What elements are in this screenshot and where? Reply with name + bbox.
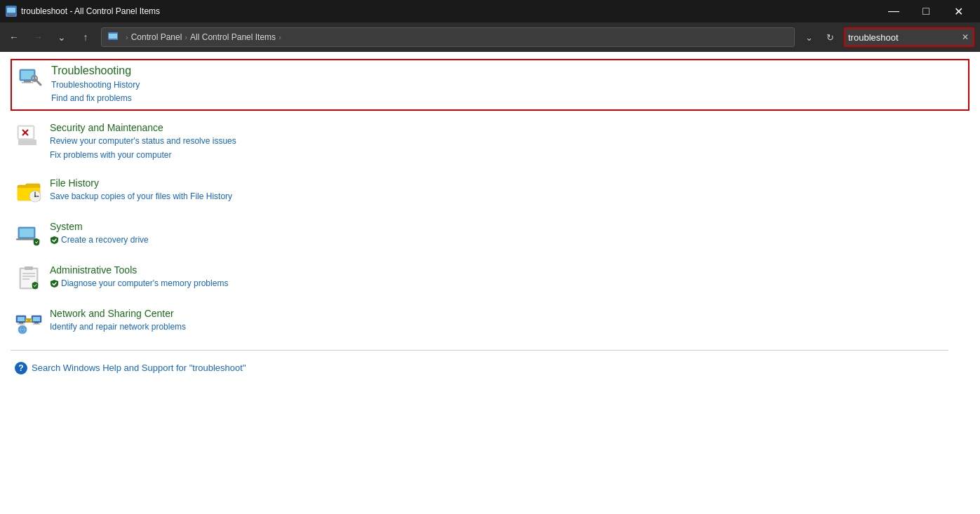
result-item-admin-tools[interactable]: Administrative Tools Diagnose your compu… <box>11 259 969 298</box>
troubleshooting-text: Troubleshooting Troubleshooting History … <box>51 65 140 105</box>
admin-tools-icon <box>15 264 43 292</box>
shield-icon-admin <box>50 279 59 288</box>
recent-locations-button[interactable]: ⌄ <box>51 26 73 48</box>
address-all-control-panel[interactable]: All Control Panel Items <box>190 32 276 42</box>
result-item-troubleshooting[interactable]: Troubleshooting Troubleshooting History … <box>11 59 969 111</box>
address-sep-1: › <box>184 33 187 41</box>
help-link-container[interactable]: ? Search Windows Help and Support for "t… <box>11 359 969 377</box>
network-icon <box>15 308 43 336</box>
address-sep-2: › <box>278 33 281 41</box>
maximize-button[interactable]: □ <box>910 0 942 22</box>
window-title: troubleshoot - All Control Panel Items <box>21 6 878 16</box>
svg-rect-22 <box>20 229 34 237</box>
svg-rect-8 <box>22 82 33 83</box>
address-dropdown-button[interactable]: ⌄ <box>799 27 819 47</box>
system-link-0[interactable]: Create a recovery drive <box>61 234 149 247</box>
up-button[interactable]: ↑ <box>74 26 97 48</box>
main-content: Troubleshooting Troubleshooting History … <box>0 52 980 514</box>
svg-rect-7 <box>24 81 31 82</box>
minimize-button[interactable]: — <box>878 0 910 22</box>
svg-rect-35 <box>18 317 25 321</box>
admin-tools-link-0[interactable]: Diagnose your computer's memory problems <box>61 277 228 290</box>
shield-icon-system <box>50 236 59 245</box>
forward-button[interactable]: → <box>27 26 49 48</box>
result-item-system[interactable]: System Create a recovery drive <box>11 215 969 255</box>
svg-rect-2 <box>7 8 15 13</box>
network-link-0[interactable]: Identify and repair network problems <box>50 320 186 334</box>
svg-rect-41 <box>33 323 40 324</box>
network-title: Network and Sharing Center <box>50 308 186 319</box>
svg-point-20 <box>34 196 36 197</box>
svg-rect-15 <box>18 140 36 145</box>
result-item-security[interactable]: Security and Maintenance Review your com… <box>11 116 969 167</box>
result-item-file-history[interactable]: File History Save backup copies of your … <box>11 172 969 211</box>
address-bar[interactable]: › Control Panel › All Control Panel Item… <box>101 27 795 47</box>
content-divider <box>11 350 948 351</box>
help-icon: ? <box>15 362 27 374</box>
address-sep-0: › <box>126 33 128 41</box>
search-box[interactable]: ✕ <box>844 27 974 47</box>
security-link-1[interactable]: Fix problems with your computer <box>50 149 236 162</box>
security-title: Security and Maintenance <box>50 122 236 133</box>
troubleshooting-title: Troubleshooting <box>51 65 140 77</box>
troubleshooting-link-1[interactable]: Find and fix problems <box>51 92 140 105</box>
svg-rect-4 <box>109 34 117 39</box>
troubleshooting-link-0[interactable]: Troubleshooting History <box>51 79 140 92</box>
file-history-title: File History <box>50 177 232 189</box>
admin-tools-title: Administrative Tools <box>50 264 228 276</box>
security-text: Security and Maintenance Review your com… <box>50 122 236 161</box>
svg-rect-40 <box>34 323 39 324</box>
address-control-panel[interactable]: Control Panel <box>131 32 182 42</box>
security-icon <box>15 122 43 150</box>
system-text: System Create a recovery drive <box>50 221 149 247</box>
nav-bar: ← → ⌄ ↑ › Control Panel › All Control Pa… <box>0 22 980 52</box>
system-title: System <box>50 221 149 232</box>
svg-rect-37 <box>18 323 25 324</box>
back-button[interactable]: ← <box>3 26 25 48</box>
address-actions: ⌄ ↻ <box>799 27 840 47</box>
admin-tools-text: Administrative Tools Diagnose your compu… <box>50 264 228 290</box>
search-input[interactable] <box>848 32 960 43</box>
file-history-icon <box>15 177 43 205</box>
title-bar: troubleshoot - All Control Panel Items —… <box>0 0 980 22</box>
svg-rect-36 <box>19 323 23 324</box>
file-history-link-0[interactable]: Save backup copies of your files with Fi… <box>50 190 232 203</box>
app-icon <box>6 6 17 17</box>
search-clear-button[interactable]: ✕ <box>960 31 970 43</box>
security-link-0[interactable]: Review your computer's status and resolv… <box>50 135 236 148</box>
network-text: Network and Sharing Center Identify and … <box>50 308 186 334</box>
refresh-button[interactable]: ↻ <box>820 27 840 47</box>
system-icon <box>15 221 43 249</box>
troubleshooting-icon <box>16 65 44 93</box>
help-link[interactable]: Search Windows Help and Support for "tro… <box>32 363 246 373</box>
result-item-network[interactable]: Network and Sharing Center Identify and … <box>11 302 969 341</box>
svg-rect-31 <box>25 266 33 270</box>
window-controls: — □ ✕ <box>878 0 974 22</box>
svg-rect-39 <box>33 317 40 321</box>
file-history-text: File History Save backup copies of your … <box>50 177 232 203</box>
svg-rect-1 <box>8 15 15 16</box>
close-button[interactable]: ✕ <box>942 0 974 22</box>
